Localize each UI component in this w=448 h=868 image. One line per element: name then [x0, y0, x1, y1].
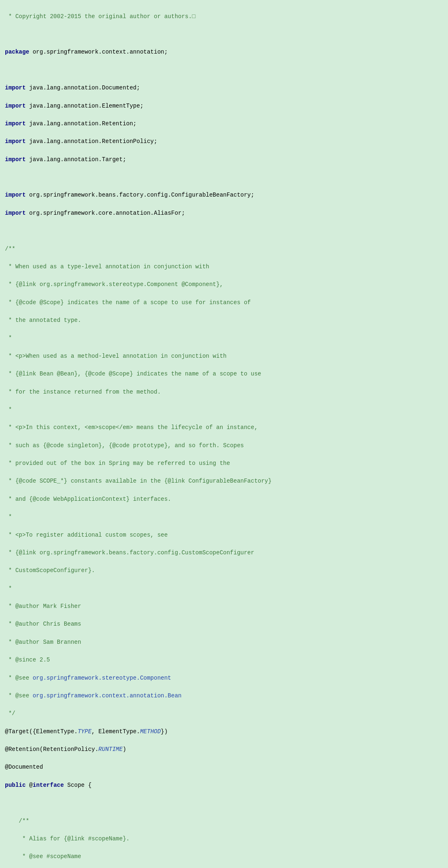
line-import-5: import java.lang.annotation.Target; [5, 155, 443, 164]
line-blank-5 [5, 799, 443, 808]
line-blank-2 [5, 66, 443, 75]
line-author-1: * @author Mark Fisher [5, 602, 443, 611]
line-target: @Target({ElementType.TYPE, ElementType.M… [5, 727, 443, 737]
line-javadoc-11: * such as {@code singleton}, {@code prot… [5, 441, 443, 450]
line-see-1: * @see org.springframework.stereotype.Co… [5, 674, 443, 683]
line-import-1: import java.lang.annotation.Documented; [5, 84, 443, 93]
line-javadoc-7: * {@link Bean @Bean}, {@code @Scope} ind… [5, 370, 443, 379]
line-import-3: import java.lang.annotation.Retention; [5, 120, 443, 129]
line-import-6: import org.springframework.beans.factory… [5, 191, 443, 200]
line-import-4: import java.lang.annotation.RetentionPol… [5, 137, 443, 146]
line-copyright: * Copyright 2002-2015 the original autho… [5, 12, 443, 21]
line-javadoc-8: * for the instance returned from the met… [5, 388, 443, 397]
line-javadoc-3: * {@code @Scope} indicates the name of a… [5, 298, 443, 307]
line-package: package org.springframework.context.anno… [5, 48, 443, 57]
line-author-3: * @author Sam Brannen [5, 638, 443, 647]
line-javadoc-5: * [5, 334, 443, 343]
line-javadoc-16: * <p>To register additional custom scope… [5, 531, 443, 540]
line-javadoc-14: * and {@code WebApplicationContext} inte… [5, 495, 443, 504]
line-javadoc-18: * CustomScopeConfigurer}. [5, 566, 443, 575]
line-inner-javadoc-1: * Alias for {@link #scopeName}. [5, 835, 443, 844]
line-javadoc-start: /** [5, 245, 443, 254]
line-javadoc-1: * When used as a type-level annotation i… [5, 263, 443, 272]
line-blank-3 [5, 173, 443, 182]
line-javadoc-2: * {@link org.springframework.stereotype.… [5, 280, 443, 289]
line-import-2: import java.lang.annotation.ElementType; [5, 102, 443, 111]
line-javadoc-4: * the annotated type. [5, 316, 443, 325]
line-javadoc-12: * provided out of the box in Spring may … [5, 459, 443, 468]
line-javadoc-9: * [5, 406, 443, 415]
line-inner-javadoc-2: * @see #scopeName [5, 852, 443, 861]
line-javadoc-15: * [5, 513, 443, 522]
line-interface: public @interface Scope { [5, 781, 443, 790]
line-author-2: * @author Chris Beams [5, 620, 443, 629]
line-javadoc-10: * <p>In this context, <em>scope</em> mea… [5, 423, 443, 432]
line-blank-4 [5, 227, 443, 236]
line-javadoc-6: * <p>When used as a method-level annotat… [5, 352, 443, 361]
line-retention: @Retention(RetentionPolicy.RUNTIME) [5, 745, 443, 754]
code-container: * Copyright 2002-2015 the original autho… [5, 3, 443, 868]
line-see-2: * @see org.springframework.context.annot… [5, 692, 443, 701]
line-blank-1 [5, 30, 443, 39]
line-javadoc-13: * {@code SCOPE_*} constants available in… [5, 477, 443, 486]
line-javadoc-17: * {@link org.springframework.beans.facto… [5, 549, 443, 558]
line-javadoc-end: */ [5, 709, 443, 718]
line-documented: @Documented [5, 763, 443, 772]
line-javadoc-19: * [5, 584, 443, 594]
line-inner-javadoc-start: /** [5, 817, 443, 826]
line-import-7: import org.springframework.core.annotati… [5, 209, 443, 218]
line-since: * @since 2.5 [5, 656, 443, 665]
